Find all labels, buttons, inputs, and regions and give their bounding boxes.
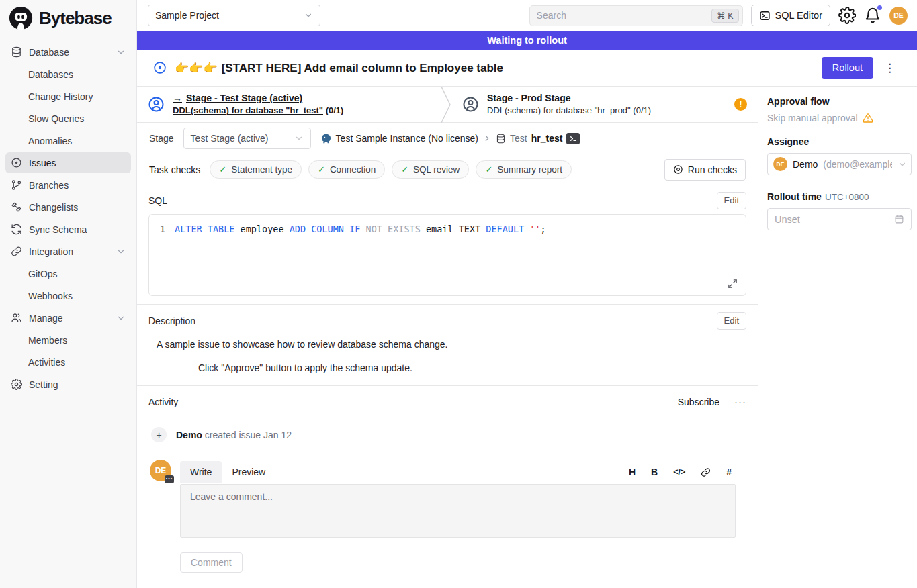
assignee-select[interactable]: DE Demo (demo@example xyxy=(767,153,912,175)
sidebar-item-anomalies[interactable]: Anomalies xyxy=(5,130,131,151)
tab-write[interactable]: Write xyxy=(180,461,222,483)
stage-progress: (0/1) xyxy=(326,105,344,115)
stage-user-icon xyxy=(462,96,479,113)
stage-card-prod[interactable]: Stage - Prod Stage DDL(schema) for datab… xyxy=(451,87,758,122)
sql-code-box[interactable]: 1 ALTER TABLE employee ADD COLUMN IF NOT… xyxy=(148,214,746,296)
sql-statement: ALTER TABLE employee ADD COLUMN IF NOT E… xyxy=(175,223,546,236)
code-icon[interactable]: </> xyxy=(673,467,685,477)
more-options-icon[interactable]: ··· xyxy=(734,396,746,407)
sidebar-item-label: Manage xyxy=(29,313,110,324)
bold-icon[interactable]: B xyxy=(651,467,658,477)
instance-name[interactable]: Test Sample Instance (No license) xyxy=(336,133,478,144)
stage-card-test[interactable]: →Stage - Test Stage (active) DDL(schema)… xyxy=(137,87,441,122)
main-content: →Stage - Test Stage (active) DDL(schema)… xyxy=(137,87,758,588)
sidebar-item-members[interactable]: Members xyxy=(5,330,131,350)
settings-gear-button[interactable] xyxy=(838,7,856,24)
comment-editor-body: Write Preview H B </> # xyxy=(180,460,736,573)
tab-preview[interactable]: Preview xyxy=(222,461,275,483)
sidebar-item-activities[interactable]: Activities xyxy=(5,352,131,373)
sidebar-item-change-history[interactable]: Change History xyxy=(5,86,131,107)
sidebar-item-sync-schema[interactable]: Sync Schema xyxy=(5,219,131,240)
sidebar-item-label: Change History xyxy=(28,91,126,102)
activity-date: Jan 12 xyxy=(263,430,292,440)
assignee-title: Assignee xyxy=(767,136,912,147)
kebab-menu-icon[interactable]: ⋮ xyxy=(881,61,898,75)
check-pill-sql-review[interactable]: ✓SQL review xyxy=(392,160,469,179)
sidebar: Bytebase Database Databases Change Histo… xyxy=(0,0,137,588)
search-input[interactable] xyxy=(537,10,712,21)
stage-subtitle: DDL(schema) for database "hr_prod" (0/1) xyxy=(487,105,651,117)
chevron-down-icon xyxy=(294,134,304,143)
comment-input[interactable] xyxy=(180,484,736,538)
rollout-time-input[interactable]: Unset xyxy=(767,208,912,230)
sidebar-item-manage[interactable]: Manage xyxy=(5,307,131,328)
activity-section: Activity Subscribe ··· + Demo created is… xyxy=(137,385,758,581)
sql-edit-button[interactable]: Edit xyxy=(717,192,746,209)
description-header: Description Edit xyxy=(148,311,746,330)
approval-status-text: Skip manual approval xyxy=(767,113,858,124)
sidebar-item-integration[interactable]: Integration xyxy=(5,241,131,262)
issue-title: 👉👉👉[START HERE] Add email column to Empl… xyxy=(175,61,814,75)
sidebar-item-gitops[interactable]: GitOps xyxy=(5,263,131,284)
brand-logo[interactable]: Bytebase xyxy=(0,0,136,35)
stage-progress: (0/1) xyxy=(633,105,651,115)
calendar-icon xyxy=(894,214,904,224)
sidebar-item-changelists[interactable]: Changelists xyxy=(5,197,131,217)
heading-icon[interactable]: H xyxy=(629,467,636,477)
sidebar-item-label: Issues xyxy=(29,158,126,168)
project-select[interactable]: Sample Project xyxy=(148,5,320,26)
sql-editor-label: SQL Editor xyxy=(775,10,822,21)
database-breadcrumb: Test Sample Instance (No license) Test h… xyxy=(320,133,580,144)
expand-icon[interactable] xyxy=(728,279,738,289)
run-checks-button[interactable]: Run checks xyxy=(664,159,746,181)
editor-tabs: Write Preview H B </> # xyxy=(180,460,736,484)
activity-action: created issue xyxy=(205,430,261,440)
subscribe-button[interactable]: Subscribe xyxy=(678,397,719,407)
gear-icon xyxy=(11,379,22,390)
sidebar-item-database[interactable]: Database xyxy=(5,42,131,62)
activity-event-text: Demo created issue Jan 12 xyxy=(176,430,292,440)
hash-icon[interactable]: # xyxy=(726,467,732,477)
description-edit-button[interactable]: Edit xyxy=(717,312,746,330)
sidebar-item-slow-queries[interactable]: Slow Queries xyxy=(5,108,131,129)
comment-bubble-icon: ••• xyxy=(165,475,174,483)
gear-icon xyxy=(838,7,856,24)
check-pill-summary-report[interactable]: ✓Summary report xyxy=(476,160,572,179)
comment-avatar: DE ••• xyxy=(150,460,171,481)
search-shortcut-badge: ⌘ K xyxy=(711,9,738,23)
activity-header: Activity Subscribe ··· xyxy=(148,393,746,411)
check-pill-statement-type[interactable]: ✓Statement type xyxy=(210,160,302,179)
sidebar-item-databases[interactable]: Databases xyxy=(5,64,131,85)
rollout-button[interactable]: Rollout xyxy=(822,57,873,79)
search-box[interactable]: ⌘ K xyxy=(529,5,743,26)
assignee-name: Demo xyxy=(793,159,818,170)
notifications-bell-button[interactable] xyxy=(864,7,881,24)
approval-flow-title: Approval flow xyxy=(767,96,912,107)
sql-editor-button[interactable]: SQL Editor xyxy=(751,5,830,26)
sidebar-item-label: Anomalies xyxy=(28,136,126,146)
brand-name: Bytebase xyxy=(39,8,112,29)
issue-title-text: [START HERE] Add email column to Employe… xyxy=(222,62,503,75)
stage-label: Stage xyxy=(149,133,174,144)
stage-select[interactable]: Test Stage (active) xyxy=(183,128,311,149)
pencil-ruler-icon xyxy=(11,201,22,213)
issue-open-status-icon xyxy=(153,61,167,75)
comment-submit-button[interactable]: Comment xyxy=(180,552,243,573)
database-name[interactable]: hr_test xyxy=(531,133,563,144)
run-target-icon xyxy=(673,164,683,175)
sidebar-item-setting[interactable]: Setting xyxy=(5,374,131,395)
sql-label: SQL xyxy=(148,195,717,206)
sidebar-item-webhooks[interactable]: Webhooks xyxy=(5,285,131,306)
chevron-down-icon xyxy=(898,160,907,169)
check-icon: ✓ xyxy=(219,164,226,175)
link-icon[interactable] xyxy=(701,467,711,477)
sidebar-item-branches[interactable]: Branches xyxy=(5,175,131,195)
project-select-value: Sample Project xyxy=(155,10,304,21)
check-pill-connection[interactable]: ✓Connection xyxy=(308,160,385,179)
open-in-sql-editor-icon[interactable] xyxy=(566,133,580,144)
sidebar-item-issues[interactable]: Issues xyxy=(5,152,131,173)
user-avatar[interactable]: DE xyxy=(889,7,908,25)
description-line-2: Click "Approve" button to apply the sche… xyxy=(198,362,746,373)
topbar: Sample Project ⌘ K SQL Editor DE xyxy=(137,0,917,31)
chevron-down-icon xyxy=(116,48,126,57)
